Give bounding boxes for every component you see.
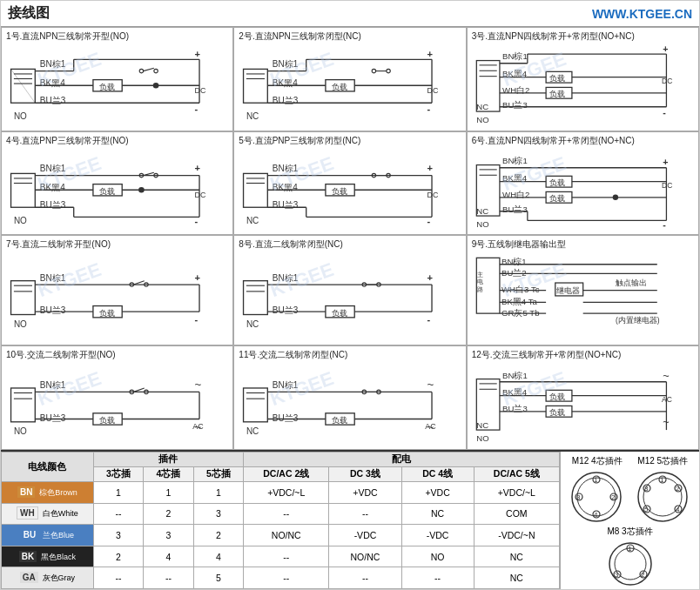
svg-text:BU兰3: BU兰3 [273, 413, 299, 423]
svg-text:DC: DC [662, 181, 672, 190]
bk-c2: NO/NC [329, 546, 401, 567]
cell-title-3: 3号.直流NPN四线制常开+常闭型(NO+NC) [472, 30, 694, 43]
config-col-dc2: DC/AC 2线 [244, 467, 329, 482]
svg-text:DC: DC [427, 86, 439, 95]
svg-text:BK黑4: BK黑4 [502, 387, 528, 397]
wire-color-table: 电线颜色 插件 配电 3芯插 4芯插 5芯插 DC/AC 2线 DC 3线 DC… [1, 452, 560, 589]
m8-3pin-connector: M8 3芯插件 1 2 3 [604, 526, 656, 587]
diagram-cell-2: 2号.直流NPN三线制常闭型(NC) BN棕1 + BK黑4 负载 DC BU兰… [233, 27, 466, 131]
diagram-cell-3: 3号.直流NPN四线制常开+常闭型(NO+NC) BN棕1 + BK黑4 负载 … [467, 27, 699, 131]
col-plugin-header: 插件 [93, 453, 243, 467]
m12-5pin-title: M12 5芯插件 [637, 455, 688, 467]
diagram-cell-11: 11号.交流二线制常闭型(NC) BN棕1 ~ BU兰3 负载 AC ~ N [233, 345, 466, 450]
svg-text:负载: 负载 [549, 194, 565, 203]
svg-text:BU兰3: BU兰3 [273, 306, 299, 316]
svg-text:-: - [194, 315, 198, 325]
svg-text:BU兰3: BU兰3 [40, 413, 66, 423]
col-config-header: 配电 [244, 453, 560, 467]
svg-point-44 [373, 69, 376, 72]
svg-text:触点输出: 触点输出 [616, 279, 647, 288]
svg-text:BK黑4: BK黑4 [40, 78, 65, 88]
bk-c4: NC [474, 546, 559, 567]
svg-text:+: + [427, 163, 434, 173]
svg-text:(内置继电器): (内置继电器) [616, 316, 660, 325]
svg-text:+: + [427, 49, 434, 59]
wh-c1: -- [244, 503, 329, 525]
svg-text:3: 3 [615, 571, 619, 579]
website-label: WWW.KTGEE.CN [592, 7, 692, 21]
svg-text:~: ~ [427, 420, 434, 433]
row-bn-label: BN 棕色Brown [2, 482, 94, 504]
circuit-svg-6: BN棕1 + BK黑4 负载 DC WH白2 负载 BU兰3 - [472, 149, 694, 232]
svg-point-45 [387, 69, 390, 72]
svg-text:BU兰3: BU兰3 [273, 200, 299, 210]
svg-point-85 [138, 187, 145, 193]
svg-text:NO: NO [14, 319, 27, 329]
svg-text:DC: DC [194, 191, 205, 199]
row-bk-label: BK 黑色Black [2, 546, 94, 567]
svg-text:+: + [663, 44, 668, 54]
bottom-table-area: 电线颜色 插件 配电 3芯插 4芯插 5芯插 DC/AC 2线 DC 3线 DC… [1, 452, 699, 589]
svg-text:-: - [194, 104, 198, 114]
ga-c2: -- [329, 567, 401, 589]
cell-title-2: 2号.直流NPN三线制常闭型(NC) [239, 30, 461, 43]
svg-text:BK黑4: BK黑4 [502, 69, 528, 78]
svg-text:2: 2 [641, 571, 645, 579]
svg-text:-: - [663, 107, 666, 117]
wh-p3: -- [93, 503, 143, 525]
svg-text:BU兰3: BU兰3 [40, 96, 66, 105]
svg-text:负载: 负载 [332, 416, 347, 425]
cell-title-11: 11号.交流二线制常闭型(NC) [239, 349, 461, 361]
page-wrapper: 接线图 WWW.KTGEE.CN 1号.直流NPN三线制常开型(NO) BN棕1… [0, 0, 700, 590]
svg-text:负载: 负载 [332, 186, 347, 195]
svg-text:NC: NC [246, 111, 259, 121]
bu-c1: NO/NC [244, 525, 329, 546]
circuit-svg-5: BN棕1 + BK黑4 负载 DC BU兰3 - NC [239, 149, 461, 232]
svg-text:~: ~ [663, 369, 669, 382]
svg-text:负载: 负载 [549, 408, 565, 417]
ga-p3: -- [93, 567, 143, 589]
row-bu-cn: 兰色Blue [43, 531, 74, 540]
table-row-wh: WH 白色White -- 2 3 -- -- NC COM [2, 503, 560, 525]
config-col-dc3: DC 3线 [329, 467, 401, 482]
table-row-bk: BK 黑色Black 2 4 4 -- NO/NC NO NC [2, 546, 560, 567]
svg-text:1: 1 [660, 476, 664, 484]
circuit-svg-2: BN棕1 + BK黑4 负载 DC BU兰3 - NC [239, 44, 461, 128]
plugin-col-3: 3芯插 [93, 467, 143, 482]
ga-c3: -- [401, 567, 474, 589]
ga-p4: -- [144, 567, 193, 589]
m12-4pin-svg: 1 2 3 4 [569, 469, 625, 526]
svg-text:4: 4 [594, 511, 598, 519]
bu-c2: -VDC [329, 525, 401, 546]
m8-3pin-svg: 1 2 3 [604, 540, 656, 587]
svg-text:BU兰3: BU兰3 [40, 200, 66, 210]
svg-text:WH白3  Tc: WH白3 Tc [501, 285, 540, 294]
cell-title-1: 1号.直流NPN三线制常开型(NO) [6, 30, 228, 43]
svg-text:负载: 负载 [549, 74, 565, 83]
svg-text:BU兰3: BU兰3 [502, 100, 528, 110]
svg-text:BU兰2: BU兰2 [501, 268, 527, 278]
circuit-svg-9: 主 电 路 BN棕1 BU兰2 继电器 WH白3 Tc BK黑4 Ta [472, 252, 694, 342]
m12-5pin-svg: 1 2 3 4 5 [635, 469, 691, 526]
svg-text:BN棕1: BN棕1 [40, 380, 66, 390]
circuit-svg-4: BN棕1 + BK黑4 负载 DC BU兰3 - NO [6, 149, 228, 232]
cell-title-6: 6号.直流NPN四线制常开+常闭型(NO+NC) [472, 135, 694, 147]
cell-title-7: 7号.直流二线制常开型(NO) [6, 238, 228, 251]
svg-text:BN棕1: BN棕1 [40, 164, 66, 173]
row-bu-label: BU 兰色Blue [2, 525, 94, 546]
svg-text:BN棕1: BN棕1 [502, 51, 528, 61]
svg-text:BU兰3: BU兰3 [40, 306, 66, 316]
connector-area: M12 4芯插件 1 2 3 [560, 452, 699, 589]
row-wh-cn: 白色White [43, 509, 78, 518]
diagram-area: 1号.直流NPN三线制常开型(NO) BN棕1 + BK黑4 [1, 27, 699, 452]
diagram-cell-8: 8号.直流二线制常闭型(NC) BN棕1 + BU兰3 负载 - NC [233, 235, 466, 345]
bn-c2: +VDC [329, 482, 401, 504]
ga-c1: -- [244, 567, 329, 589]
svg-text:NO: NO [14, 111, 27, 121]
svg-text:+: + [194, 49, 200, 59]
svg-text:BK黑4: BK黑4 [273, 183, 298, 192]
svg-text:路: 路 [477, 285, 483, 293]
svg-text:DC: DC [662, 77, 672, 85]
cell-title-8: 8号.直流二线制常闭型(NC) [239, 238, 461, 251]
svg-text:BN棕1: BN棕1 [273, 59, 299, 69]
